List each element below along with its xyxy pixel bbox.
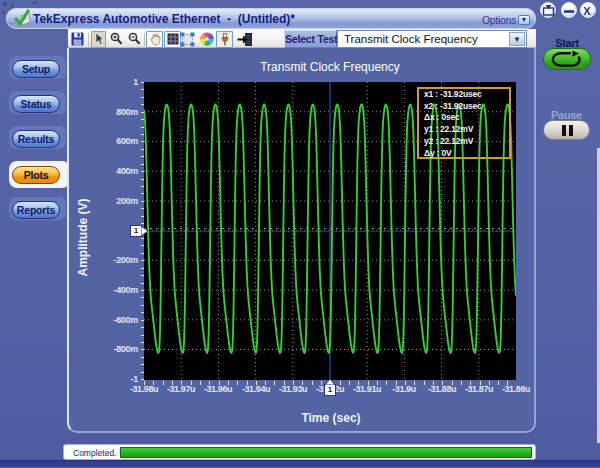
svg-text:X: X <box>583 5 591 17</box>
